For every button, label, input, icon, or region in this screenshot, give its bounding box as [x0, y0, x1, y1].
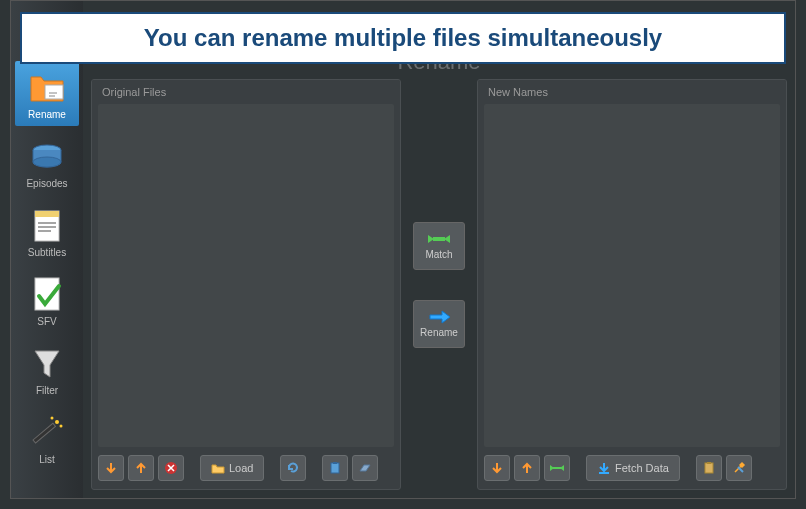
svg-rect-12 — [333, 462, 337, 464]
sidebar-item-subtitles[interactable]: Subtitles — [11, 199, 83, 264]
main-area: Rename Original Files — [83, 1, 795, 498]
svg-point-7 — [55, 420, 59, 424]
refresh-icon — [286, 461, 300, 475]
remove-button[interactable] — [158, 455, 184, 481]
arrow-up-icon — [134, 461, 148, 475]
fetch-icon — [597, 461, 611, 475]
match-icon — [428, 231, 450, 247]
arrow-up-icon — [520, 461, 534, 475]
load-button[interactable]: Load — [200, 455, 264, 481]
move-down-button[interactable] — [98, 455, 124, 481]
annotation-banner-text: You can rename multiple files simultaneo… — [144, 24, 662, 52]
load-button-label: Load — [229, 462, 253, 474]
svg-rect-11 — [331, 463, 339, 473]
sidebar-item-list[interactable]: List — [11, 406, 83, 471]
sidebar-item-rename[interactable]: Rename — [15, 61, 79, 126]
sidebar-item-episodes[interactable]: Episodes — [11, 130, 83, 195]
svg-point-2 — [33, 157, 61, 167]
sidebar-item-label: Rename — [28, 109, 66, 120]
center-actions: Match Rename — [409, 79, 469, 490]
funnel-icon — [27, 343, 67, 383]
svg-point-9 — [60, 425, 63, 428]
svg-rect-16 — [707, 462, 711, 464]
sidebar: Rename Episodes Subtitles — [11, 1, 83, 498]
clipboard-icon — [328, 461, 342, 475]
svg-rect-0 — [45, 85, 63, 99]
sidebar-item-sfv[interactable]: SFV — [11, 268, 83, 333]
sidebar-item-label: Filter — [36, 385, 58, 396]
new-names-toolbar: Fetch Data — [478, 447, 786, 489]
new-names-panel: New Names Fetch Data — [477, 79, 787, 490]
tools-icon — [732, 461, 746, 475]
swap-icon — [550, 461, 564, 475]
remove-icon — [164, 461, 178, 475]
rename-button-label: Rename — [420, 327, 458, 338]
move-up-button[interactable] — [514, 455, 540, 481]
notepad-icon — [27, 205, 67, 245]
settings-button[interactable] — [726, 455, 752, 481]
folder-icon — [211, 461, 225, 475]
new-names-list[interactable] — [484, 104, 780, 447]
wand-icon — [27, 412, 67, 452]
refresh-button[interactable] — [280, 455, 306, 481]
clipboard-icon — [702, 461, 716, 475]
svg-rect-5 — [35, 278, 59, 310]
original-files-toolbar: Load — [92, 447, 400, 489]
move-down-button[interactable] — [484, 455, 510, 481]
sidebar-item-filter[interactable]: Filter — [11, 337, 83, 402]
folder-rename-icon — [27, 67, 67, 107]
svg-rect-13 — [433, 237, 445, 241]
arrow-down-icon — [104, 461, 118, 475]
move-up-button[interactable] — [128, 455, 154, 481]
clipboard-button[interactable] — [322, 455, 348, 481]
svg-point-8 — [51, 417, 54, 420]
clear-icon — [358, 461, 372, 475]
sidebar-item-label: List — [39, 454, 55, 465]
original-files-panel: Original Files Load — [91, 79, 401, 490]
svg-rect-4 — [35, 211, 59, 217]
arrow-down-icon — [490, 461, 504, 475]
original-files-header: Original Files — [92, 80, 400, 104]
svg-rect-6 — [33, 423, 55, 443]
svg-rect-15 — [705, 463, 713, 473]
sidebar-item-label: Episodes — [26, 178, 67, 189]
svg-rect-14 — [553, 467, 561, 469]
original-files-list[interactable] — [98, 104, 394, 447]
sidebar-item-label: Subtitles — [28, 247, 66, 258]
annotation-banner: You can rename multiple files simultaneo… — [20, 12, 786, 64]
clipboard-button[interactable] — [696, 455, 722, 481]
sidebar-item-label: SFV — [37, 316, 56, 327]
clear-button[interactable] — [352, 455, 378, 481]
swap-button[interactable] — [544, 455, 570, 481]
match-button[interactable]: Match — [413, 222, 465, 270]
fetch-data-button[interactable]: Fetch Data — [586, 455, 680, 481]
checkdoc-icon — [27, 274, 67, 314]
match-button-label: Match — [425, 249, 452, 260]
disc-icon — [27, 136, 67, 176]
rename-arrow-icon — [428, 309, 450, 325]
rename-button[interactable]: Rename — [413, 300, 465, 348]
new-names-header: New Names — [478, 80, 786, 104]
fetch-data-label: Fetch Data — [615, 462, 669, 474]
